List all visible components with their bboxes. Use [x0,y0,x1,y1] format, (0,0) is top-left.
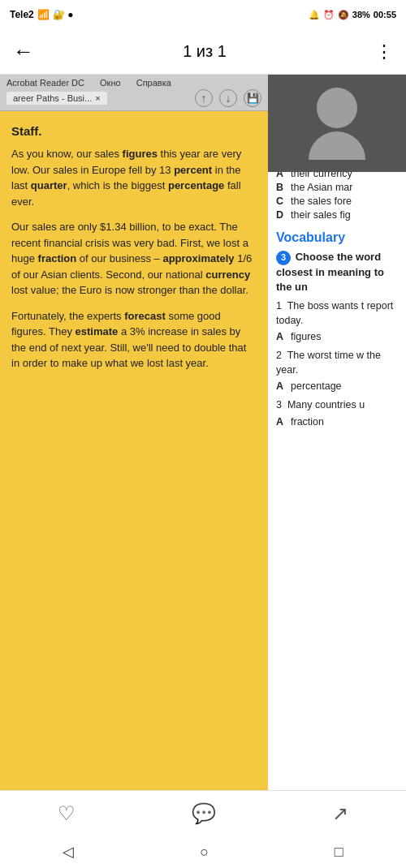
system-nav-bar: ◁ ○ □ [0,836,406,868]
pdf-nav-buttons: ↑ ↓ 💾 [195,89,261,107]
vocab-q1: 1 The boss wants t report today. A figur… [276,299,398,342]
q3-option-d: D their sales fig [276,209,398,221]
scroll-up-button[interactable]: ↑ [195,89,213,107]
app-name-label: Acrobat Reader DC [6,78,84,88]
heart-icon: ♡ [58,802,76,825]
q3-option-b: B the Asian mar [276,182,398,193]
pdf-panel: Acrobat Reader DC Окно Справка areer Pat… [0,75,268,790]
carrier-label: Tele2 [10,9,34,20]
vocab-q1-text: 1 The boss wants t report today. [276,299,398,328]
bold-currency: currency [205,269,250,281]
q3-d-text: their sales fig [291,209,351,221]
chat-button[interactable]: 💬 [192,802,216,825]
bold-fraction: fraction [38,252,77,264]
menu-window[interactable]: Окно [100,78,121,88]
heart-button[interactable]: ♡ [58,802,76,825]
bold-estimate: estimate [76,325,119,337]
mute-icon: 🔕 [338,10,349,20]
q3-b-letter: B [276,182,287,193]
content-area: Acrobat Reader DC Окно Справка areer Pat… [0,75,406,790]
back-button[interactable]: ← [13,39,34,64]
pdf-toolbar-row1: Acrobat Reader DC Окно Справка [6,78,261,88]
status-right: 🔔 ⏰ 🔕 38% 00:55 [309,10,396,20]
alarm-icon: ⏰ [323,10,335,20]
bold-percent: percent [174,164,212,176]
vocab-q3-a: A fraction [276,416,398,428]
sys-back-button[interactable]: ◁ [63,843,74,861]
vocab-title: Vocabulary [276,230,398,245]
pdf-toolbar-row2: areer Paths - Busi... × ↑ ↓ 💾 [6,89,261,107]
more-button[interactable]: ⋮ [375,41,393,62]
vocab-circle-num: 3 [276,251,291,265]
paragraph-2: Our sales are only $1.34 billion, to be … [11,219,257,299]
sys-home-button[interactable]: ○ [200,844,209,861]
vocab-q1-a-letter: A [276,331,287,342]
avatar-body [309,131,365,160]
vocab-q1-a: A figures [276,331,398,342]
q3-option-c: C the sales fore [276,196,398,207]
vocab-q1-a-text: figures [291,331,322,342]
extra-icons: 🔐 ● [53,9,74,20]
page-title: 1 из 1 [183,42,227,61]
yellow-content-box: Staff. As you know, our sales figures th… [0,111,268,790]
q3-b-text: the Asian mar [291,182,352,193]
q3-c-letter: C [276,196,287,207]
paragraph-3: Fortunately, the experts forecast some g… [11,308,257,372]
content-title: Staff. [11,124,257,138]
vocab-q2-a-letter: A [276,380,287,392]
tab-close-button[interactable]: × [95,93,100,103]
status-left: Tele2 📶 🔐 ● [10,9,73,20]
status-bar: Tele2 📶 🔐 ● 🔔 ⏰ 🔕 38% 00:55 [0,0,406,29]
bold-forecast: forecast [124,310,166,322]
quiz-panel: infe A It does most o B It earned mor C … [268,75,406,790]
avatar-overlay [268,75,406,172]
battery-label: 38% [352,10,370,19]
menu-help[interactable]: Справка [136,78,171,88]
vocab-q3-text: 3 Many countries u [276,398,398,413]
signal-icon: 📶 [37,9,50,20]
q3-d-letter: D [276,209,287,221]
vocabulary-section: Vocabulary 3 Choose the word closest in … [276,230,398,428]
tab-label: areer Paths - Busi... [13,93,92,103]
vocab-q2-a: A percentage [276,380,398,392]
bold-quarter: quarter [31,179,67,191]
sys-recent-button[interactable]: □ [335,844,343,861]
chat-icon: 💬 [192,802,216,825]
scroll-down-button[interactable]: ↓ [219,89,237,107]
bold-percentage: percentage [168,179,224,191]
paragraph-1: As you know, our sales figures this year… [11,146,257,209]
q3-c-text: the sales fore [291,196,352,207]
vocab-q2-text: 2 The worst time w the year. [276,349,398,377]
vocab-q2-a-text: percentage [291,380,342,392]
share-button[interactable]: ↗ [332,802,348,825]
top-nav: ← 1 из 1 ⋮ [0,29,406,75]
save-button[interactable]: 💾 [244,89,261,107]
vocab-header: 3 Choose the word closest in meaning to … [276,250,398,294]
bottom-bar: ♡ 💬 ↗ [0,790,406,836]
vocab-header-text: Choose the word closest in meaning to th… [276,251,384,293]
avatar-head [317,88,357,128]
vocab-q3-a-letter: A [276,416,287,428]
pdf-tab[interactable]: areer Paths - Busi... × [6,92,107,105]
notification-icon: 🔔 [309,10,320,20]
vocab-q3-a-text: fraction [291,416,324,428]
vocab-q2: 2 The worst time w the year. A percentag… [276,349,398,392]
share-icon: ↗ [332,802,348,825]
time-label: 00:55 [374,10,396,19]
bold-approximately: approximately [162,252,234,264]
vocab-q3: 3 Many countries u A fraction [276,398,398,428]
bold-figures: figures [123,148,158,160]
pdf-toolbar: Acrobat Reader DC Окно Справка areer Pat… [0,75,268,111]
